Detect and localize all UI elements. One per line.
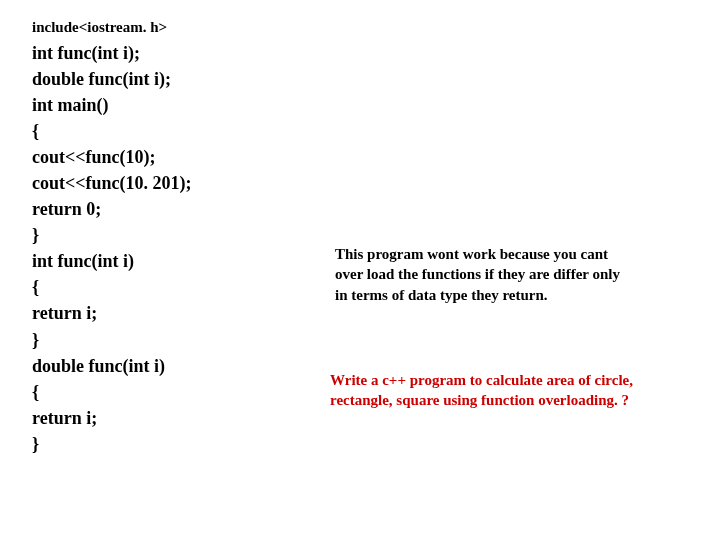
code-line: return i; [32, 300, 192, 326]
question-line: rectangle, square using function overloa… [330, 390, 633, 410]
exercise-question: Write a c++ program to calculate area of… [330, 370, 633, 411]
code-line: } [32, 431, 192, 457]
code-line: double func(int i) [32, 353, 192, 379]
explanation-note: This program wont work because you cant … [335, 244, 620, 305]
code-line: cout<<func(10. 201); [32, 170, 192, 196]
code-line: } [32, 327, 192, 353]
code-line: } [32, 222, 192, 248]
code-line: { [32, 118, 192, 144]
code-line: cout<<func(10); [32, 144, 192, 170]
include-directive: include<iostream. h> [32, 18, 192, 38]
code-line: int main() [32, 92, 192, 118]
code-line: { [32, 274, 192, 300]
code-line: return 0; [32, 196, 192, 222]
note-line: This program wont work because you cant [335, 244, 620, 264]
code-line: int func(int i) [32, 248, 192, 274]
code-block: include<iostream. h> int func(int i); do… [32, 18, 192, 457]
code-line: return i; [32, 405, 192, 431]
code-line: int func(int i); [32, 40, 192, 66]
question-line: Write a c++ program to calculate area of… [330, 370, 633, 390]
code-line: { [32, 379, 192, 405]
note-line: over load the functions if they are diff… [335, 264, 620, 284]
code-line: double func(int i); [32, 66, 192, 92]
note-line: in terms of data type they return. [335, 285, 620, 305]
